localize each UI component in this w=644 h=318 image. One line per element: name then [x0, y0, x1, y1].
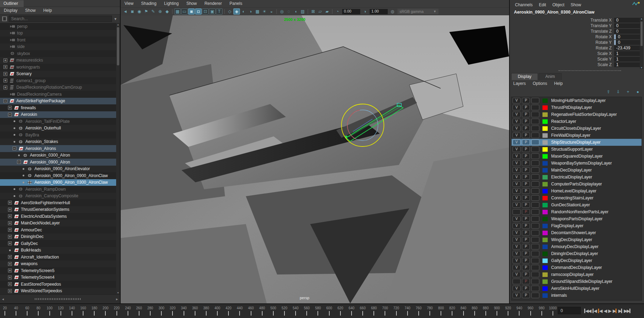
layer-row-HomeLevelDisplayLayer[interactable]: VPHomeLevelDisplayLayer	[512, 188, 642, 194]
play-forwards-button[interactable]: ▶	[607, 308, 612, 314]
outliner-item-WestStoredTorpeedos[interactable]: +WestStoredTorpeedos	[0, 288, 116, 295]
tab-display[interactable]: Display	[511, 73, 538, 80]
outliner-menu-display[interactable]: Display	[0, 7, 21, 14]
expander-icon[interactable]: +	[8, 289, 12, 293]
layer-visibility-toggle[interactable]: V	[513, 181, 521, 187]
expander-icon[interactable]: −	[17, 160, 21, 164]
layer-display-type-toggle[interactable]	[531, 126, 539, 131]
layer-row-ComputerPartsDisplaylayer[interactable]: VPComputerPartsDisplaylayer	[512, 181, 642, 188]
layer-row-MaserSquaredDisplayLayer[interactable]: VPMaserSquaredDisplayLayer	[512, 153, 642, 160]
outliner-item-camera1_group[interactable]: +camera1_group	[0, 77, 116, 84]
outliner-item-side[interactable]: side	[0, 43, 116, 50]
layer-display-type-toggle[interactable]	[531, 153, 539, 159]
channel-value-field[interactable]: 0	[614, 23, 640, 28]
layer-display-type-toggle[interactable]	[531, 105, 539, 110]
layer-visibility-toggle[interactable]: V	[513, 153, 521, 159]
shadows-icon[interactable]: ◒	[268, 8, 275, 15]
layer-playback-toggle[interactable]: P	[522, 181, 530, 187]
outliner-item-Aeroskin_Outerhull[interactable]: Aeroskin_Outerhull	[0, 125, 116, 132]
layer-display-type-toggle[interactable]	[531, 286, 539, 291]
layer-color-swatch[interactable]	[542, 252, 548, 256]
outliner-item-Aeroskin_0900_AIronElevator[interactable]: Aeroskin_0900_AIronElevator	[0, 166, 116, 173]
outliner-item-TelemetryScreen5[interactable]: +TelemetryScreen5	[0, 267, 116, 274]
layer-display-type-toggle[interactable]	[531, 258, 539, 263]
layer-menu-layers[interactable]: Layers	[510, 80, 529, 87]
wireframe-icon[interactable]: ◇	[226, 8, 233, 15]
layer-playback-toggle[interactable]: P	[522, 293, 530, 298]
layer-row-ElectricalDisplayLayer[interactable]: VPElectricalDisplayLayer	[512, 174, 642, 181]
lock-camera-icon[interactable]: ◙	[129, 8, 136, 15]
layer-visibility-toggle[interactable]: V	[513, 237, 521, 243]
go-to-end-button[interactable]: ▶▶	[623, 308, 631, 314]
layer-playback-toggle[interactable]: P	[522, 251, 530, 256]
layer-color-swatch[interactable]	[542, 168, 548, 173]
channel-value-field[interactable]: -23.439	[614, 46, 640, 50]
outliner-item-DiningInDec[interactable]: +DiningInDec	[0, 233, 116, 240]
outliner-item-Aeroskin_TailFinIDPlate[interactable]: Aeroskin_TailFinIDPlate	[0, 118, 116, 125]
smooth-shade-icon[interactable]: ◈	[233, 8, 240, 15]
layer-visibility-toggle[interactable]: V	[513, 167, 521, 173]
layer-playback-toggle[interactable]: P	[522, 188, 530, 194]
layer-row-ArmouryDecDisplayLayer[interactable]: VPArmouryDecDisplayLayer	[512, 243, 642, 250]
layer-color-swatch[interactable]	[542, 286, 548, 291]
expander-icon[interactable]: +	[8, 255, 12, 259]
layer-display-type-toggle[interactable]	[531, 188, 539, 194]
layer-playback-toggle[interactable]: P	[522, 105, 530, 110]
layer-playback-toggle[interactable]: P	[522, 174, 530, 180]
layer-visibility-toggle[interactable]: V	[513, 251, 521, 256]
layer-row-StructualSupportLayer[interactable]: VPStructualSupportLayer	[512, 146, 642, 153]
viewport-menu-panels[interactable]: Panels	[226, 0, 246, 7]
layer-playback-toggle[interactable]: P	[522, 140, 530, 145]
outliner-item-Aeroskin_RampDown[interactable]: Aeroskin_RampDown	[0, 186, 116, 193]
outliner-item-workingparts[interactable]: +workingparts	[0, 64, 116, 71]
layer-color-swatch[interactable]	[542, 161, 548, 166]
layer-color-swatch[interactable]	[542, 147, 548, 152]
layer-visibility-toggle[interactable]: V	[513, 140, 521, 145]
search-filter-icon[interactable]	[2, 16, 7, 21]
layer-display-type-toggle[interactable]	[531, 223, 539, 229]
layer-color-swatch[interactable]	[542, 112, 548, 117]
layer-playback-toggle[interactable]: P	[522, 272, 530, 277]
scroll-up-icon[interactable]: ▲	[640, 17, 643, 20]
move-layer-up-button[interactable]: ⇧	[605, 89, 612, 95]
layer-color-swatch[interactable]	[542, 272, 548, 277]
bookmark-icon[interactable]: ⚑	[143, 8, 150, 15]
outliner-item-Aeroskin_0900_AIron_0900_AIronClaw[interactable]: Aeroskin_0900_AIron_0900_AIronClaw	[0, 172, 116, 179]
layer-display-type-toggle[interactable]	[531, 230, 539, 236]
layer-row-ShipStructureDisplayLayer[interactable]: VPShipStructureDisplayLayer	[512, 139, 642, 146]
expander-icon[interactable]: +	[8, 201, 12, 205]
channel-value-field[interactable]: 1	[614, 57, 640, 62]
layer-row-CommandDecDisplayLayer[interactable]: VPCommandDecDisplayLayer	[512, 264, 642, 271]
xray-icon[interactable]: ◖	[292, 8, 299, 15]
viewport-menu-lighting[interactable]: Lighting	[160, 0, 183, 7]
isolate-select-icon[interactable]: ⊠	[310, 8, 316, 15]
layer-color-swatch[interactable]	[542, 279, 548, 284]
layer-row-FireWallDisplayLayer[interactable]: VPFireWallDisplayLayer	[512, 132, 642, 139]
scroll-up-icon[interactable]: ▲	[116, 23, 120, 26]
layer-visibility-toggle[interactable]: V	[513, 272, 521, 277]
tab-anim[interactable]: Anim	[539, 73, 561, 80]
outliner-vertical-scrollbar[interactable]: ▲ ▼	[116, 23, 120, 294]
layer-visibility-toggle[interactable]: V	[513, 244, 521, 249]
layer-color-swatch[interactable]	[542, 210, 548, 214]
layer-color-swatch[interactable]	[542, 189, 548, 193]
layer-row-RandomNonRenderPartsLayer[interactable]: PRandomNonRenderPartsLayer	[512, 208, 642, 215]
color-management-toggle-icon[interactable]: ◍	[389, 8, 396, 15]
outliner-item-Aeroskin_AIrons[interactable]: −Aeroskin_AIrons	[0, 145, 116, 152]
viewport-menu-renderer[interactable]: Renderer	[201, 0, 226, 7]
layer-visibility-toggle[interactable]: V	[513, 160, 521, 166]
outliner-item-Aeroskin_0300_AIron[interactable]: Aeroskin_0300_AIron	[0, 152, 116, 159]
channel-box-menu-channels[interactable]: Channels	[512, 1, 536, 9]
select-camera-icon[interactable]: ◄	[122, 8, 129, 15]
layer-color-swatch[interactable]	[542, 140, 548, 145]
layer-display-type-toggle[interactable]	[531, 112, 539, 117]
layer-display-type-toggle[interactable]	[531, 265, 539, 270]
channel-box-scrollbar[interactable]: ▲ ▼	[640, 17, 643, 69]
snapshot-icon[interactable]: ◆	[164, 8, 170, 15]
layer-row-GunDecStationLayer[interactable]: VPGunDecStationLayer	[512, 201, 642, 208]
safe-action-icon[interactable]: ▣	[209, 8, 216, 15]
expander-icon[interactable]: +	[8, 241, 12, 245]
layer-color-swatch[interactable]	[542, 154, 548, 159]
layer-display-type-toggle[interactable]	[531, 167, 539, 173]
layer-playback-toggle[interactable]: P	[522, 230, 530, 236]
